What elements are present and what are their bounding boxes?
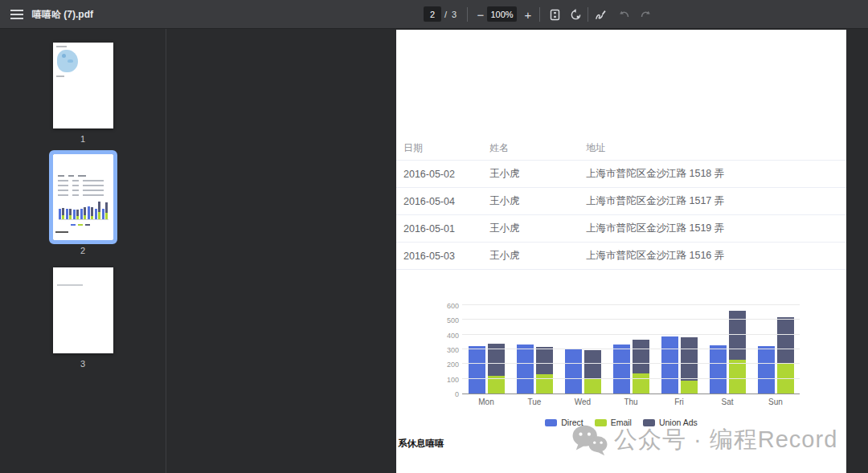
table-row: 2016-05-03王小虎上海市普陀区金沙江路 1516 弄 — [396, 243, 846, 270]
thumbnail-page-number: 1 — [23, 134, 143, 144]
page-count-label: 3 — [452, 10, 457, 19]
bar-stacked — [681, 337, 698, 393]
thumbnail-sidebar: 1 2 3 — [0, 29, 166, 473]
chart-plot-area — [462, 306, 800, 394]
x-axis-tick-label: Sat — [703, 398, 751, 406]
zoom-level-display: 100% — [487, 6, 517, 22]
mini-footer-line — [55, 231, 68, 233]
table-cell: 王小虎 — [489, 222, 586, 235]
chart-x-axis-labels: MonTueWedThuFriSatSun — [462, 398, 800, 406]
x-axis-tick-label: Thu — [607, 398, 655, 406]
y-axis-tick-label: 400 — [440, 332, 459, 340]
x-axis-tick-label: Mon — [462, 398, 510, 406]
zoom-in-button[interactable]: + — [519, 6, 537, 23]
column-header: 姓名 — [489, 141, 586, 155]
mini-legend-graphic — [71, 224, 90, 226]
table-header-row: 日期姓名地址 — [396, 137, 846, 161]
thumbnail-page-number: 2 — [23, 246, 143, 255]
table-cell: 上海市普陀区金沙江路 1516 弄 — [586, 249, 846, 263]
table-row: 2016-05-01王小虎上海市普陀区金沙江路 1519 弄 — [396, 215, 846, 243]
watermark-text: 公众号 · 编程Record — [614, 424, 837, 456]
pdf-toolbar: 嘻嘻哈 (7).pdf / 3 − 100% + — [0, 0, 868, 29]
page-thumbnail-1[interactable]: 1 — [23, 43, 143, 144]
page-thumbnail-2[interactable]: 2 — [23, 154, 143, 255]
mini-chart-graphic — [59, 199, 108, 220]
bar-direct — [469, 346, 485, 393]
thumbnail-page-number: 3 — [23, 359, 143, 369]
y-axis-tick-label: 500 — [440, 316, 459, 324]
bar-stacked — [536, 347, 553, 393]
mini-table-graphic — [58, 175, 108, 199]
document-title: 嘻嘻哈 (7).pdf — [32, 8, 93, 22]
bar-stacked — [633, 340, 649, 393]
annotate-pen-icon[interactable] — [592, 6, 610, 23]
table-cell: 2016-05-04 — [396, 196, 489, 207]
table-row: 2016-05-04王小虎上海市普陀区金沙江路 1517 弄 — [396, 188, 846, 215]
page-thumbnail-3[interactable]: 3 — [23, 267, 143, 369]
page-number-input[interactable] — [424, 6, 441, 22]
bar-direct — [613, 345, 630, 393]
map-blob-graphic — [57, 50, 78, 72]
bar-direct — [710, 345, 727, 394]
thumbnail-page-preview — [53, 43, 113, 128]
table-cell: 2016-05-02 — [396, 169, 489, 180]
legend-swatch — [545, 419, 557, 426]
bar-direct — [758, 346, 775, 393]
redo-icon — [637, 6, 654, 23]
x-axis-tick-label: Fri — [655, 398, 703, 406]
toolbar-divider — [588, 7, 588, 22]
y-axis-tick-label: 100 — [440, 376, 459, 384]
table-cell: 王小虎 — [489, 249, 586, 263]
table-cell: 上海市普陀区金沙江路 1518 弄 — [586, 167, 846, 181]
y-axis-tick-label: 0 — [440, 390, 459, 398]
bar-direct — [565, 349, 582, 393]
watermark: 公众号 · 编程Record — [571, 423, 837, 457]
menu-icon[interactable] — [8, 6, 26, 22]
table-cell: 2016-05-03 — [396, 251, 489, 262]
bar-stacked — [729, 311, 746, 393]
bar-direct — [517, 345, 534, 393]
table-row: 2016-05-02王小虎上海市普陀区金沙江路 1518 弄 — [396, 161, 846, 188]
thumbnail-page-preview — [53, 267, 113, 353]
pdf-page-2: 日期姓名地址2016-05-02王小虎上海市普陀区金沙江路 1518 弄2016… — [396, 30, 846, 473]
y-axis-tick-label: 600 — [440, 302, 459, 310]
bar-direct — [661, 336, 678, 394]
table-cell: 王小虎 — [489, 194, 586, 208]
table-cell: 上海市普陀区金沙江路 1519 弄 — [586, 222, 846, 235]
page-separator: / — [444, 10, 447, 19]
stacked-bar-chart: MonTueWedThuFriSatSun 010020030040050060… — [440, 303, 811, 415]
bar-stacked — [488, 344, 505, 393]
column-header: 地址 — [586, 141, 846, 155]
toolbar-divider — [539, 7, 540, 22]
y-axis-tick-label: 300 — [440, 346, 459, 354]
toolbar-divider — [467, 7, 468, 22]
bar-stacked — [584, 350, 601, 393]
bar-stacked — [777, 317, 794, 393]
table-cell: 上海市普陀区金沙江路 1517 弄 — [586, 194, 846, 208]
undo-icon — [616, 6, 633, 23]
x-axis-tick-label: Wed — [559, 398, 607, 406]
page-footer-text: 系休息嘻嘻 — [398, 438, 444, 450]
pdf-viewer-window: 嘻嘻哈 (7).pdf / 3 − 100% + — [0, 0, 868, 473]
wechat-icon — [571, 423, 608, 457]
thumbnail-page-preview — [53, 154, 113, 240]
rotate-icon[interactable] — [567, 6, 584, 23]
table-cell: 2016-05-01 — [396, 223, 489, 234]
x-axis-tick-label: Sun — [751, 398, 800, 406]
table-cell: 王小虎 — [489, 167, 586, 181]
data-table: 日期姓名地址2016-05-02王小虎上海市普陀区金沙江路 1518 弄2016… — [396, 137, 846, 270]
fit-page-icon[interactable] — [546, 6, 563, 23]
column-header: 日期 — [396, 141, 489, 155]
x-axis-tick-label: Tue — [510, 398, 559, 406]
y-axis-tick-label: 200 — [440, 361, 459, 369]
